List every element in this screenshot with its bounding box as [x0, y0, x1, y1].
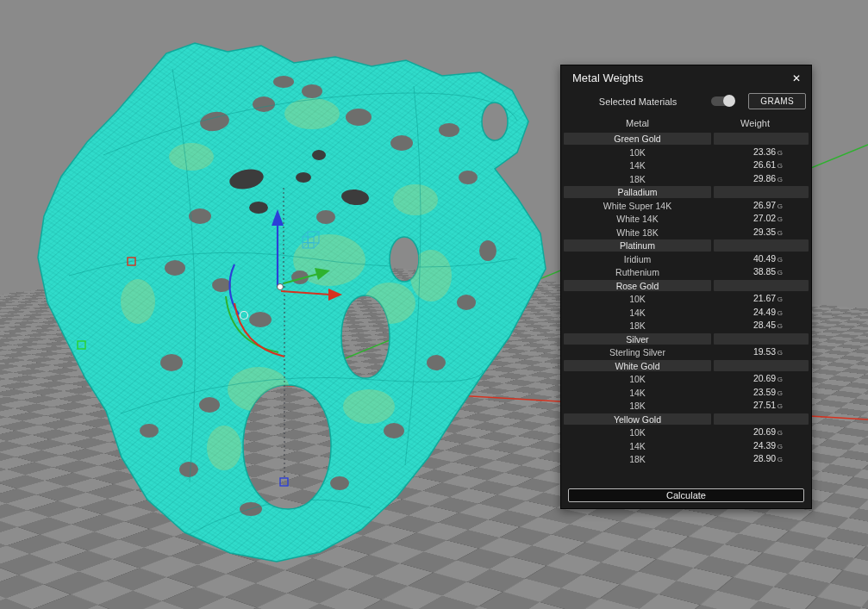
column-metal: Metal: [564, 117, 711, 130]
weight-value: 20.69 G: [714, 426, 809, 439]
metal-row[interactable]: 14K26.61 G: [564, 158, 809, 172]
metal-row[interactable]: 10K20.69 G: [564, 372, 809, 386]
model-mesh[interactable]: [26, 34, 560, 577]
units-button[interactable]: GRAMS: [748, 93, 806, 109]
calculate-button[interactable]: Calculate: [568, 488, 804, 502]
metal-label: 10K: [564, 293, 711, 305]
metal-weights-panel: Metal Weights ✕ Selected Materials GRAMS…: [560, 65, 812, 509]
metal-group-header[interactable]: Rose Gold: [564, 279, 809, 293]
weight-value: 40.49 G: [714, 252, 809, 266]
group-weight-cell: [714, 133, 809, 145]
metal-label: White 18K: [564, 227, 711, 239]
metal-row[interactable]: White Super 14K26.97 G: [564, 199, 809, 213]
weight-value: 26.97 G: [714, 199, 809, 213]
weight-value: 24.39 G: [714, 439, 809, 453]
metal-label: 18K: [564, 320, 711, 332]
metal-row[interactable]: Iridium40.49 G: [564, 252, 809, 266]
weight-value: 27.02 G: [714, 212, 809, 226]
metal-row[interactable]: 10K23.36 G: [564, 146, 809, 159]
metal-label: 18K: [564, 453, 711, 465]
metal-label: 10K: [564, 426, 711, 438]
weight-value: 38.85 G: [714, 265, 809, 279]
selected-materials-toggle[interactable]: [711, 96, 734, 106]
metal-label: Ruthenium: [564, 266, 711, 278]
close-icon[interactable]: ✕: [792, 73, 801, 84]
toggle-knob: [723, 95, 735, 107]
extent-handle-z[interactable]: [280, 478, 288, 486]
metal-row[interactable]: White 18K29.35 G: [564, 226, 809, 239]
group-name: Rose Gold: [564, 280, 711, 292]
weight-value: 19.53 G: [714, 345, 809, 359]
weight-value: 20.69 G: [714, 372, 809, 386]
weight-value: 29.86 G: [714, 172, 809, 186]
metal-label: 14K: [564, 387, 711, 399]
metal-row[interactable]: White 14K27.02 G: [564, 212, 809, 226]
selected-materials-row: Selected Materials GRAMS: [561, 87, 811, 115]
metal-group-header[interactable]: Silver: [564, 332, 809, 346]
metal-group-header[interactable]: Yellow Gold: [564, 413, 809, 426]
metal-row[interactable]: 18K28.45 G: [564, 319, 809, 332]
metal-group-header[interactable]: White Gold: [564, 359, 809, 373]
weight-value: 24.49 G: [714, 306, 809, 320]
weight-value: 27.51 G: [714, 399, 809, 413]
metal-label: 10K: [564, 373, 711, 385]
metal-row[interactable]: 14K24.39 G: [564, 439, 809, 453]
group-name: Palladium: [564, 186, 711, 198]
metal-label: 18K: [564, 173, 711, 185]
metal-table-body: Green Gold10K23.36 G14K26.61 G18K29.86 G…: [561, 132, 811, 466]
group-weight-cell: [714, 239, 809, 252]
panel-header: Metal Weights ✕: [561, 65, 811, 87]
metal-row[interactable]: 10K20.69 G: [564, 426, 809, 439]
weight-value: 28.90 G: [714, 452, 809, 466]
weight-value: 23.36 G: [714, 146, 809, 159]
metal-row[interactable]: 10K21.67 G: [564, 292, 809, 306]
metal-label: Sterling Silver: [564, 346, 711, 358]
group-name: Platinum: [564, 239, 711, 252]
weight-value: 23.59 G: [714, 386, 809, 400]
metal-group-header[interactable]: Palladium: [564, 185, 809, 199]
metal-label: White 14K: [564, 213, 711, 225]
group-weight-cell: [714, 360, 809, 372]
group-name: Green Gold: [564, 133, 711, 145]
metal-label: 18K: [564, 400, 711, 412]
group-name: White Gold: [564, 360, 711, 372]
metal-row[interactable]: 14K24.49 G: [564, 306, 809, 320]
panel-title: Metal Weights: [572, 71, 643, 84]
metal-group-header[interactable]: Green Gold: [564, 132, 809, 146]
metal-row[interactable]: Ruthenium38.85 G: [564, 265, 809, 279]
metal-label: White Super 14K: [564, 200, 711, 212]
group-weight-cell: [714, 186, 809, 198]
metal-row[interactable]: 18K28.90 G: [564, 452, 809, 466]
weight-value: 28.45 G: [714, 319, 809, 332]
metal-label: 10K: [564, 146, 711, 158]
metal-label: 14K: [564, 159, 711, 171]
metal-label: Iridium: [564, 253, 711, 265]
column-weight: Weight: [714, 117, 809, 130]
gumball-origin-dot[interactable]: [278, 284, 284, 290]
metal-label: 14K: [564, 440, 711, 452]
weight-value: 26.61 G: [714, 158, 809, 172]
group-name: Yellow Gold: [564, 413, 711, 426]
group-weight-cell: [714, 413, 809, 426]
table-column-header: Metal Weight: [561, 115, 811, 132]
metal-row[interactable]: 18K29.86 G: [564, 172, 809, 186]
selected-materials-label: Selected Materials: [599, 96, 678, 107]
weight-value: 29.35 G: [714, 226, 809, 239]
weight-value: 21.67 G: [714, 292, 809, 306]
group-weight-cell: [714, 333, 809, 345]
metal-row[interactable]: Sterling Silver19.53 G: [564, 345, 809, 359]
metal-label: 14K: [564, 307, 711, 319]
group-weight-cell: [714, 280, 809, 292]
metal-group-header[interactable]: Platinum: [564, 239, 809, 252]
group-name: Silver: [564, 333, 711, 345]
metal-row[interactable]: 18K27.51 G: [564, 399, 809, 413]
metal-row[interactable]: 14K23.59 G: [564, 386, 809, 400]
